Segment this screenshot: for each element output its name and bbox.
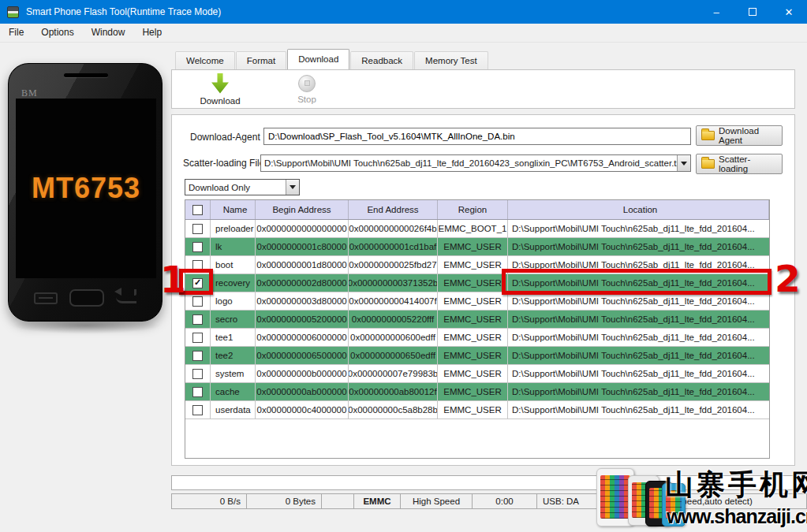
status-bytes: 0 Bytes (247, 494, 322, 508)
download-agent-label: Download-Agent (190, 132, 260, 143)
cell-end-address: 0x00000000ab80012f (349, 383, 438, 400)
cell-begin-address: 0x0000000006000000 (256, 329, 349, 346)
download-button-label: Download (200, 96, 240, 106)
cell-location: D:\Support\Mobil\UMI Touch\n625ab_dj11_l… (508, 383, 769, 400)
select-all-checkbox[interactable] (192, 205, 203, 215)
cell-begin-address: 0x00000000ab000000 (256, 383, 349, 400)
checkbox-cell (185, 220, 211, 237)
cell-location: D:\Support\Mobil\UMI Touch\n625ab_dj11_l… (508, 238, 769, 255)
cell-location: D:\Support\Mobil\UMI Touch\n625ab_dj11_l… (508, 329, 769, 346)
home-key-icon (69, 289, 104, 307)
download-mode-value: Download Only (185, 183, 286, 192)
folder-icon (701, 159, 715, 169)
cell-end-address: 0x0000000005220fff (349, 311, 438, 328)
table-row-cache[interactable]: cache0x00000000ab0000000x00000000ab80012… (185, 383, 769, 401)
cell-region: EMMC_USER (438, 365, 508, 382)
row-checkbox-secro[interactable] (192, 314, 203, 325)
cell-location: D:\Support\Mobil\UMI Touch\n625ab_dj11_l… (508, 365, 769, 382)
minimize-button[interactable]: – (698, 0, 734, 24)
cell-name: tee2 (211, 347, 256, 364)
cell-begin-address: 0x000000000b000000 (256, 365, 349, 382)
row-checkbox-tee1[interactable] (192, 333, 203, 343)
close-button[interactable]: ✕ (771, 0, 807, 24)
cell-name: system (211, 365, 256, 382)
status-time: 0:00 (473, 494, 537, 508)
checkbox-cell (185, 311, 211, 328)
tab-download[interactable]: Download (287, 49, 349, 69)
download-agent-button-label: Download Agent (719, 126, 777, 145)
tab-readback[interactable]: Readback (350, 51, 413, 69)
phone-speaker (64, 73, 108, 77)
mode-dropdown-arrow-icon[interactable] (286, 180, 299, 195)
menu-key-icon (34, 292, 58, 304)
cell-name: lk (211, 238, 256, 255)
cell-name: cache (211, 383, 256, 400)
table-row-lk[interactable]: lk0x0000000001c800000x0000000001cd1bafEM… (185, 238, 769, 256)
cell-end-address: 0x00000000c5a8b28b (349, 401, 438, 419)
phone-screen: MT6753 (16, 99, 156, 278)
cell-region: EMMC_USER (438, 238, 508, 255)
cell-end-address: 0x000000000600edff (349, 329, 438, 346)
download-agent-input[interactable] (263, 128, 691, 145)
table-row-logo[interactable]: logo0x0000000003d800000x000000000414007f… (185, 292, 769, 311)
checkbox-cell (185, 401, 211, 419)
table-row-system[interactable]: system0x000000000b0000000x000000007e7998… (185, 365, 769, 383)
scatter-button-label: Scatter-loading (719, 154, 777, 173)
maximize-button[interactable] (734, 0, 771, 24)
menu-item-help[interactable]: Help (133, 24, 170, 42)
checkbox-cell (185, 329, 211, 346)
folder-icon (701, 131, 715, 140)
phone-brand-label: BM (21, 87, 38, 99)
download-mode-select[interactable]: Download Only (185, 179, 300, 195)
menu-item-options[interactable]: Options (32, 24, 82, 42)
cell-region: EMMC_USER (438, 347, 508, 364)
scatter-file-value: D:\Support\Mobil\UMI Touch\n625ab_dj11_l… (261, 158, 677, 168)
cell-end-address: 0x000000000414007f (349, 292, 438, 310)
row-checkbox-tee2[interactable] (192, 351, 203, 361)
stop-icon-square (304, 80, 310, 86)
download-button[interactable]: Download (186, 73, 254, 106)
cell-end-address: 0x000000000650edff (349, 347, 438, 364)
column-header-region: Region (438, 200, 508, 219)
stop-button[interactable]: Stop (273, 75, 341, 104)
scatter-file-label: Scatter-loading File (183, 158, 264, 169)
row-checkbox-logo[interactable] (192, 296, 203, 307)
cell-location: D:\Support\Mobil\UMI Touch\n625ab_dj11_l… (508, 401, 769, 419)
row-checkbox-userdata[interactable] (192, 405, 203, 415)
table-row-tee2[interactable]: tee20x00000000065000000x000000000650edff… (185, 347, 769, 365)
scatter-browse-button[interactable]: Scatter-loading (696, 154, 783, 174)
cell-begin-address: 0x0000000002d80000 (256, 274, 349, 292)
tab-welcome[interactable]: Welcome (175, 51, 235, 69)
cell-begin-address: 0x0000000001c80000 (256, 238, 349, 255)
scatter-file-combobox[interactable]: D:\Support\Mobil\UMI Touch\n625ab_dj11_l… (260, 154, 691, 172)
checkbox-cell (185, 365, 211, 382)
status-usb-mode: High Speed (401, 494, 473, 508)
column-header-location: Location (508, 200, 769, 219)
cell-begin-address: 0x0000000006500000 (256, 347, 349, 364)
menu-item-window[interactable]: Window (83, 24, 134, 42)
checkbox-cell (185, 238, 211, 255)
table-row-secro[interactable]: secro0x00000000052000000x0000000005220ff… (185, 311, 769, 329)
menu-item-file[interactable]: File (0, 24, 32, 42)
window-controls: – ✕ (698, 0, 807, 24)
cell-region: EMMC_USER (438, 383, 508, 400)
tab-bar: WelcomeFormatDownloadReadbackMemory Test (175, 50, 489, 69)
row-checkbox-preloader[interactable] (192, 224, 203, 234)
download-agent-browse-button[interactable]: Download Agent (696, 125, 783, 146)
status-usb-left: USB: DA (543, 497, 579, 506)
table-row-preloader[interactable]: preloader0x00000000000000000x00000000000… (185, 220, 769, 238)
row-checkbox-system[interactable] (192, 369, 203, 379)
tab-memory-test[interactable]: Memory Test (414, 51, 488, 69)
tab-format[interactable]: Format (236, 51, 286, 69)
table-header-row: NameBegin AddressEnd AddressRegionLocati… (185, 200, 769, 220)
table-row-userdata[interactable]: userdata0x00000000c40000000x00000000c5a8… (185, 401, 769, 419)
cell-region: EMMC_USER (438, 274, 508, 292)
row-checkbox-lk[interactable] (192, 242, 203, 252)
column-header-end-address: End Address (349, 200, 438, 219)
cell-name: boot (211, 256, 256, 273)
status-speed: 0 B/s (172, 494, 247, 508)
scatter-dropdown-arrow-icon[interactable] (677, 155, 690, 171)
cell-name: userdata (211, 401, 256, 419)
table-row-tee1[interactable]: tee10x00000000060000000x000000000600edff… (185, 329, 769, 347)
row-checkbox-cache[interactable] (192, 387, 203, 397)
